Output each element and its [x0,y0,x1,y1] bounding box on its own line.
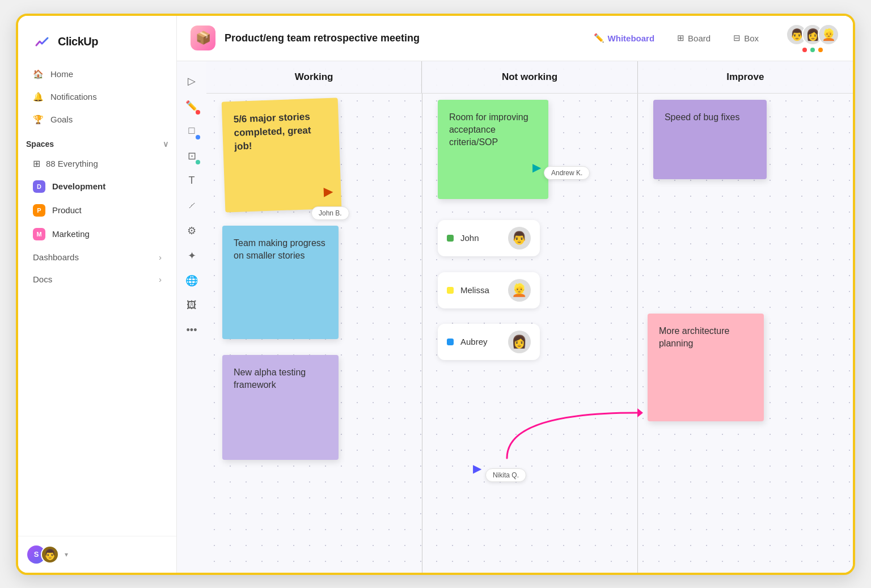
board-canvas[interactable]: Working Not working Improve 5/6 major st… [206,61,853,573]
cursor-nikitaq: ▶ [473,462,481,475]
logo-text: ClickUp [58,35,98,48]
svg-rect-0 [32,32,52,52]
sticky-color-indicator [196,160,200,164]
tool-connections[interactable]: ⚙ [181,220,202,242]
nav-notifications[interactable]: 🔔 Notifications [25,86,170,108]
sticky-note-alpha[interactable]: New alpha testing framework [222,355,339,460]
col-header-working: Working [206,61,422,93]
person-face-melissa: 👱 [508,279,531,302]
pen-color-indicator [196,110,200,115]
dashboards-nav[interactable]: Dashboards › [25,247,170,268]
tool-effects[interactable]: ✦ [181,245,202,266]
spaces-header: Spaces ∨ [18,132,176,153]
avatar-indicator-red [802,48,807,52]
tool-cursor[interactable]: ▷ [181,70,202,92]
sticky-note-stories[interactable]: 5/6 major stories completed, great job! … [222,98,342,212]
person-dot-john [447,235,454,242]
person-face-john: 👨 [508,227,531,249]
logo[interactable]: ClickUp [18,16,176,64]
svg-marker-1 [637,408,643,417]
person-card-john[interactable]: John 👨 [438,220,540,256]
chevron-right-icon: › [159,252,162,262]
whiteboard-icon: ✏️ [594,33,604,43]
bell-icon: 🔔 [33,92,44,102]
user-avatars[interactable]: S 👨 [27,545,59,564]
sidebar: ClickUp 🏠 Home 🔔 Notifications 🏆 Goals S… [18,16,177,573]
box-icon: ⊟ [733,33,741,43]
col-divider-2 [637,61,639,573]
cursor-arrow-yellow: ▶ [323,183,332,200]
tool-arrow[interactable]: ⟋ [181,195,202,217]
cursor-label-nikitaq: Nikita Q. [485,468,526,482]
doc-icon-box: 📦 [191,26,215,50]
tool-globe[interactable]: 🌐 [181,270,202,291]
space-development[interactable]: D Development [25,175,170,198]
avatar-indicator-orange [818,48,823,52]
avatar-indicator-green [810,48,815,52]
col-divider-1 [422,61,423,573]
goals-icon: 🏆 [33,115,44,125]
tab-board[interactable]: ⊞ Board [668,28,720,48]
whiteboard-area: ▷ ✏️ □ ⊡ T ⟋ ⚙ ✦ 🌐 🖼 ••• [177,61,853,573]
tool-sticky[interactable]: ⊡ [181,145,202,167]
tab-whiteboard[interactable]: ✏️ Whiteboard [585,28,664,48]
cursor-andrewk: ▶ [532,160,541,174]
space-product[interactable]: P Product [25,199,170,222]
collaborator-avatars: 👨 👩 👱 [786,24,839,52]
person-card-aubrey[interactable]: Aubrey 👩 [438,324,540,360]
grid-icon: ⊞ [33,158,40,169]
space-badge-product: P [33,204,45,217]
header-tabs: ✏️ Whiteboard ⊞ Board ⊟ Box [585,28,768,48]
chevron-right-icon: › [159,274,162,284]
chevron-down-icon-user[interactable]: ▾ [65,551,68,559]
sticky-note-bugfixes[interactable]: Speed of bug fixes [653,100,767,179]
space-badge-marketing: M [33,228,45,240]
space-marketing[interactable]: M Marketing [25,223,170,246]
sticky-note-team-progress[interactable]: Team making progress on smaller stories [222,226,339,339]
tool-image[interactable]: 🖼 [181,295,202,316]
avatar-user2: 👨 [41,545,59,564]
cursor-label-andrewk: Andrew K. [544,166,590,180]
home-icon: 🏠 [33,69,44,79]
chevron-down-icon[interactable]: ∨ [163,139,168,149]
person-card-melissa[interactable]: Melissa 👱 [438,272,540,308]
sticky-note-acceptance[interactable]: Room for improving acceptance criteria/S… [438,100,548,199]
nav-section: 🏠 Home 🔔 Notifications 🏆 Goals [18,64,176,132]
clickup-logo-icon [32,32,52,52]
main-header: 📦 Product/eng team retrospective meeting… [177,16,853,61]
col-header-not-working: Not working [422,61,637,93]
toolbar: ▷ ✏️ □ ⊡ T ⟋ ⚙ ✦ 🌐 🖼 ••• [177,61,206,573]
docs-nav[interactable]: Docs › [25,269,170,290]
col-header-improve: Improve [638,61,853,93]
main-content: 📦 Product/eng team retrospective meeting… [177,16,853,573]
app-frame: ClickUp 🏠 Home 🔔 Notifications 🏆 Goals S… [16,14,855,575]
spaces-list: ⊞ 88 Everything D Development P Product … [18,153,176,247]
sidebar-bottom: S 👨 ▾ [18,536,176,573]
person-dot-melissa [447,287,454,294]
tab-box[interactable]: ⊟ Box [724,28,768,48]
board-icon: ⊞ [677,33,684,43]
collab-avatar-3: 👱 [818,24,839,45]
cursor-label-johnb: John B. [311,206,349,220]
nav-home[interactable]: 🏠 Home [25,64,170,85]
tool-more[interactable]: ••• [181,320,202,341]
tool-shape-rect[interactable]: □ [181,120,202,142]
space-badge-development: D [33,180,45,193]
tool-pen[interactable]: ✏️ [181,95,202,117]
everything-item[interactable]: ⊞ 88 Everything [25,153,170,174]
person-face-aubrey: 👩 [508,331,531,353]
tool-text[interactable]: T [181,170,202,192]
shape-color-indicator [196,135,200,139]
nav-goals[interactable]: 🏆 Goals [25,109,170,130]
page-title: Product/eng team retrospective meeting [225,32,576,44]
person-dot-aubrey [447,339,454,345]
